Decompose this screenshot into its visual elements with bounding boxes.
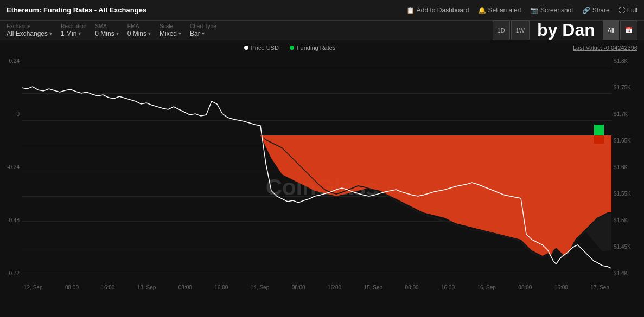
x-label-14: 16:00 xyxy=(554,284,568,290)
resolution-selector[interactable]: Resolution 1 Min xyxy=(61,23,86,37)
full-button[interactable]: ⛶ Full xyxy=(619,7,637,14)
x-label-3: 13, Sep xyxy=(137,284,156,290)
x-label-8: 16:00 xyxy=(328,284,341,290)
page-title: Ethereum: Funding Rates - All Exchanges xyxy=(7,6,146,14)
y-label-right-5: $1.6K xyxy=(614,164,628,170)
legend-funding-rates: Funding Rates xyxy=(290,44,336,51)
by-dan-label: by Dan xyxy=(531,20,602,40)
y-label-left-2: 0 xyxy=(16,111,20,117)
last-value-label[interactable]: Last Value: -0.04242396 xyxy=(573,44,637,51)
y-label-right-1: $1.8K xyxy=(614,58,628,64)
toolbar: Exchange All Exchanges Resolution 1 Min … xyxy=(0,21,644,40)
time-1d-button[interactable]: 1D xyxy=(493,20,510,40)
y-label-left-3: -0.24 xyxy=(7,164,20,170)
y-label-left-4: -0.48 xyxy=(7,217,20,223)
y-label-right-2: $1.75K xyxy=(614,85,631,90)
exchange-selector[interactable]: Exchange All Exchanges xyxy=(7,23,52,37)
x-label-13: 08:00 xyxy=(518,284,532,290)
y-axis-right: $1.8K $1.75K $1.7K $1.65K $1.6K $1.55K $… xyxy=(611,55,644,279)
time-all-button[interactable]: All xyxy=(603,20,619,40)
x-label-7: 08:00 xyxy=(292,284,305,290)
x-label-4: 08:00 xyxy=(178,284,192,290)
resolution-dropdown[interactable]: 1 Min xyxy=(61,30,86,37)
y-label-left-1: 0.24 xyxy=(9,58,20,64)
set-alert-button[interactable]: 🔔 Set an alert xyxy=(478,7,521,14)
x-label-12: 16, Sep xyxy=(477,284,495,290)
time-1w-button[interactable]: 1W xyxy=(511,20,530,40)
fullscreen-icon: ⛶ xyxy=(619,7,625,14)
ema-dropdown[interactable]: 0 Mins xyxy=(127,30,151,37)
chart-type-selector[interactable]: Chart Type Bar xyxy=(190,23,216,37)
y-label-right-4: $1.65K xyxy=(614,138,631,144)
x-label-10: 08:00 xyxy=(405,284,419,290)
ema-selector[interactable]: EMA 0 Mins xyxy=(127,23,151,37)
funding-rate-area-negative xyxy=(22,134,611,256)
legend-price-usd: Price USD xyxy=(244,44,279,51)
x-label-9: 15, Sep xyxy=(364,284,382,290)
price-usd-dot xyxy=(244,46,248,50)
scale-selector[interactable]: Scale Mixed xyxy=(160,23,181,37)
exchange-dropdown[interactable]: All Exchanges xyxy=(7,30,52,37)
green-bar xyxy=(594,125,604,135)
screenshot-button[interactable]: 📷 Screenshot xyxy=(530,7,573,14)
header-actions: 📋 Add to Dashboard 🔔 Set an alert 📷 Scre… xyxy=(406,7,637,14)
chart-container: CoinGlass 0.24 0 -0.24 -0.48 -0.72 $1.8K… xyxy=(0,55,644,295)
y-axis-left: 0.24 0 -0.24 -0.48 -0.72 xyxy=(0,55,22,279)
dashboard-icon: 📋 xyxy=(406,7,415,14)
y-label-right-8: $1.45K xyxy=(614,244,631,250)
add-to-dashboard-button[interactable]: 📋 Add to Dashboard xyxy=(406,7,469,14)
legend-items: Price USD Funding Rates xyxy=(244,44,336,51)
y-label-right-6: $1.55K xyxy=(614,191,631,197)
chart-type-dropdown[interactable]: Bar xyxy=(190,30,216,37)
scale-dropdown[interactable]: Mixed xyxy=(160,30,181,37)
calendar-button[interactable]: 📅 xyxy=(620,20,637,40)
x-label-2: 16:00 xyxy=(101,284,114,290)
alert-icon: 🔔 xyxy=(478,7,486,14)
funding-rates-dot xyxy=(290,46,294,50)
y-label-right-3: $1.7K xyxy=(614,111,628,117)
red-bar-right xyxy=(594,135,604,144)
x-label-1: 08:00 xyxy=(65,284,79,290)
legend-bar: Price USD Funding Rates Last Value: -0.0… xyxy=(0,40,644,55)
x-label-5: 16:00 xyxy=(214,284,228,290)
chart-svg xyxy=(22,55,611,279)
y-label-left-5: -0.72 xyxy=(7,270,20,276)
share-button[interactable]: 🔗 Share xyxy=(582,7,610,14)
header: Ethereum: Funding Rates - All Exchanges … xyxy=(0,0,644,21)
sma-dropdown[interactable]: 0 Mins xyxy=(95,30,118,37)
y-label-right-9: $1.4K xyxy=(614,270,628,276)
camera-icon: 📷 xyxy=(530,7,538,14)
time-buttons: 1D 1W by Dan All 📅 xyxy=(493,20,637,40)
share-icon: 🔗 xyxy=(582,7,590,14)
x-label-15: 17, Sep xyxy=(590,284,609,290)
x-label-11: 16:00 xyxy=(441,284,455,290)
x-label-6: 14, Sep xyxy=(251,284,269,290)
x-axis: 12, Sep 08:00 16:00 13, Sep 08:00 16:00 … xyxy=(22,279,611,295)
sma-selector[interactable]: SMA 0 Mins xyxy=(95,23,118,37)
x-label-0: 12, Sep xyxy=(24,284,42,290)
y-label-right-7: $1.5K xyxy=(614,217,628,223)
